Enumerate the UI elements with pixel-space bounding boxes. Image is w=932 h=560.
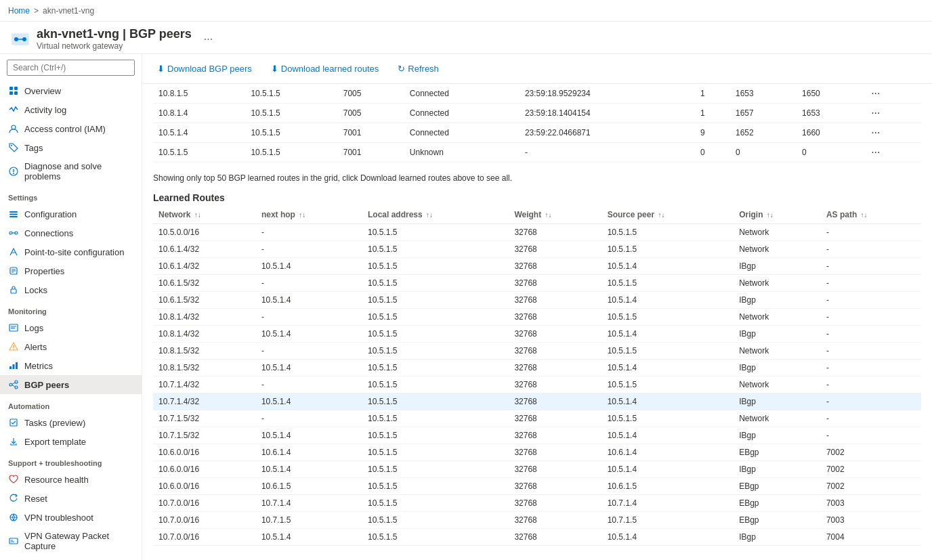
route-network: 10.6.1.5/32 <box>153 292 256 309</box>
sidebar-item-locks[interactable]: Locks <box>0 280 142 299</box>
peer-status: Connected <box>404 84 520 104</box>
route-network: 10.8.1.5/32 <box>153 360 256 376</box>
route-next-hop: 10.5.1.4 <box>256 427 362 444</box>
sidebar-item-p2s[interactable]: Point-to-site configuration <box>0 242 142 261</box>
peer-more[interactable]: ··· <box>863 123 921 143</box>
refresh-button[interactable]: ↻ Refresh <box>394 61 443 77</box>
col-source-peer[interactable]: Source peer ↑↓ <box>602 206 734 224</box>
peer-addr: 10.8.1.5 <box>153 84 245 104</box>
iam-icon <box>8 123 19 134</box>
download-bgp-button[interactable]: ⬇ Download BGP peers <box>153 61 256 77</box>
col-network[interactable]: Network ↑↓ <box>153 206 256 224</box>
toolbar: ⬇ Download BGP peers ⬇ Download learned … <box>142 54 932 84</box>
peer-col7: 0 <box>730 143 797 163</box>
peer-col3: 7001 <box>338 123 404 143</box>
refresh-label: Refresh <box>408 64 439 74</box>
sidebar-item-diagnose[interactable]: Diagnose and solve problems <box>0 157 142 186</box>
peer-more-button[interactable]: ··· <box>868 107 883 119</box>
peer-time: - <box>520 143 695 163</box>
sidebar-item-alerts[interactable]: Alerts <box>0 337 142 356</box>
route-origin: IBgp <box>734 326 821 343</box>
sidebar-item-iam[interactable]: Access control (IAM) <box>0 119 142 138</box>
sidebar-item-metrics[interactable]: Metrics <box>0 356 142 375</box>
route-next-hop: 10.6.1.5 <box>256 478 362 495</box>
route-source-peer: 10.6.1.5 <box>602 478 734 495</box>
svg-point-1 <box>14 37 18 41</box>
bgp-peer-row: 10.5.1.4 10.5.1.5 7001 Connected 23:59:2… <box>153 123 921 143</box>
route-row: 10.6.1.5/32 10.5.1.4 10.5.1.5 32768 10.5… <box>153 292 921 309</box>
route-origin: Network <box>734 224 821 241</box>
sidebar-item-bgp-peers[interactable]: BGP peers <box>0 375 142 394</box>
route-origin: IBgp <box>734 461 821 478</box>
route-origin: IBgp <box>734 292 821 309</box>
breadcrumb-home[interactable]: Home <box>8 6 30 16</box>
route-weight: 32768 <box>509 224 601 241</box>
peer-more-button[interactable]: ··· <box>868 146 883 158</box>
peer-col3: 7005 <box>338 104 404 123</box>
sidebar-label-activity: Activity log <box>24 105 66 115</box>
route-next-hop: 10.7.1.4 <box>256 495 362 512</box>
route-source-peer: 10.5.1.5 <box>602 376 734 393</box>
route-network: 10.7.0.0/16 <box>153 512 256 529</box>
sidebar-item-logs[interactable]: Logs <box>0 318 142 337</box>
sidebar-item-tasks[interactable]: Tasks (preview) <box>0 413 142 432</box>
more-options-icon[interactable]: ··· <box>204 33 213 45</box>
alerts-icon <box>8 341 19 352</box>
svg-rect-5 <box>14 87 18 90</box>
settings-section-title: Settings <box>0 186 142 204</box>
download-routes-button[interactable]: ⬇ Download learned routes <box>267 61 383 77</box>
route-source-peer: 10.5.1.5 <box>602 309 734 326</box>
peer-col2: 10.5.1.5 <box>245 104 337 123</box>
route-local-addr: 10.5.1.5 <box>362 410 509 427</box>
sidebar-label-health: Resource health <box>24 475 89 485</box>
peer-more[interactable]: ··· <box>863 143 921 163</box>
col-as-path[interactable]: AS path ↑↓ <box>821 206 921 224</box>
sidebar-item-export[interactable]: Export template <box>0 432 142 451</box>
route-network: 10.6.0.0/16 <box>153 444 256 461</box>
sidebar-item-overview[interactable]: Overview <box>0 81 142 100</box>
peer-more[interactable]: ··· <box>863 104 921 123</box>
route-source-peer: 10.5.1.4 <box>602 326 734 343</box>
tags-icon <box>8 142 19 153</box>
route-row: 10.7.0.0/16 10.7.1.4 10.5.1.5 32768 10.7… <box>153 495 921 512</box>
peer-more-button[interactable]: ··· <box>868 127 883 139</box>
sidebar-item-vpn-troubleshoot[interactable]: VPN troubleshoot <box>0 508 142 527</box>
peer-col3: 7001 <box>338 143 404 163</box>
col-next-hop[interactable]: next hop ↑↓ <box>256 206 362 224</box>
peer-col7: 1657 <box>730 104 797 123</box>
sort-origin-icon: ↑↓ <box>767 211 774 219</box>
route-weight: 32768 <box>509 360 601 376</box>
svg-rect-13 <box>9 211 18 213</box>
sidebar-item-connections[interactable]: Connections <box>0 223 142 242</box>
page-header: akn-vnet1-vng | BGP peers Virtual networ… <box>0 22 932 54</box>
route-weight: 32768 <box>509 258 601 275</box>
col-weight[interactable]: Weight ↑↓ <box>509 206 601 224</box>
col-origin[interactable]: Origin ↑↓ <box>734 206 821 224</box>
route-local-addr: 10.5.1.5 <box>362 427 509 444</box>
breadcrumb-separator: > <box>34 6 39 16</box>
route-next-hop: 10.6.1.4 <box>256 444 362 461</box>
main-content: 10.8.1.5 10.5.1.5 7005 Connected 23:59:1… <box>142 84 932 546</box>
sidebar-label-iam: Access control (IAM) <box>24 124 106 134</box>
route-source-peer: 10.5.1.5 <box>602 343 734 360</box>
bgp-icon <box>8 379 19 390</box>
sidebar-item-properties[interactable]: Properties <box>0 261 142 280</box>
route-as-path: - <box>821 275 921 292</box>
route-as-path: 7003 <box>821 512 921 529</box>
sidebar-item-new-support[interactable]: New support request <box>0 555 142 560</box>
peer-more[interactable]: ··· <box>863 84 921 104</box>
route-network: 10.6.1.4/32 <box>153 241 256 258</box>
sidebar-item-tags[interactable]: Tags <box>0 138 142 157</box>
sidebar-item-reset[interactable]: Reset <box>0 489 142 508</box>
peer-more-button[interactable]: ··· <box>868 87 883 100</box>
sidebar-item-resource-health[interactable]: Resource health <box>0 470 142 489</box>
route-origin: Network <box>734 376 821 393</box>
col-local-addr[interactable]: Local address ↑↓ <box>362 206 509 224</box>
sidebar-item-packet-capture[interactable]: VPN Gateway Packet Capture <box>0 527 142 555</box>
peer-col6: 0 <box>695 143 730 163</box>
sidebar-label-configuration: Configuration <box>24 209 77 219</box>
peer-time: 23:59:18.1404154 <box>520 104 695 123</box>
sidebar-item-configuration[interactable]: Configuration <box>0 204 142 223</box>
search-input[interactable] <box>7 60 135 76</box>
sidebar-item-activity-log[interactable]: Activity log <box>0 100 142 119</box>
